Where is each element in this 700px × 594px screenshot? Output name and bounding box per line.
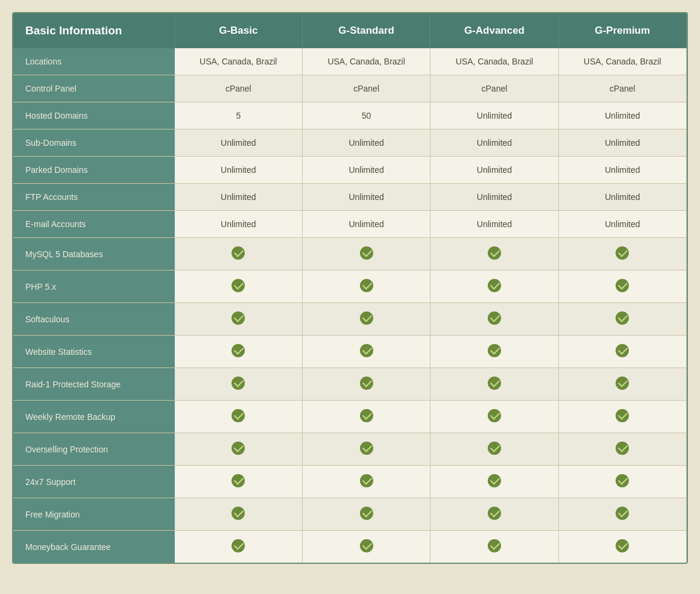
header-g-standard: G-Standard — [302, 13, 430, 48]
table-row: E-mail AccountsUnlimitedUnlimitedUnlimit… — [13, 211, 687, 238]
table-row: Control PanelcPanelcPanelcPanelcPanel — [13, 75, 687, 102]
feature-value — [174, 401, 302, 433]
check-icon — [616, 344, 629, 357]
feature-value: Unlimited — [302, 157, 430, 184]
check-icon — [616, 246, 629, 260]
check-icon — [616, 311, 629, 325]
check-icon — [488, 377, 501, 390]
check-icon — [360, 377, 373, 390]
feature-value — [302, 336, 430, 368]
feature-value: Unlimited — [430, 211, 558, 238]
check-icon — [488, 474, 501, 487]
check-icon — [360, 409, 373, 422]
check-icon — [232, 442, 245, 455]
feature-label: Raid-1 Protected Storage — [13, 368, 174, 401]
feature-value — [558, 303, 686, 336]
feature-value: Unlimited — [302, 130, 430, 157]
feature-value: USA, Canada, Brazil — [302, 48, 430, 75]
check-icon — [616, 474, 629, 487]
feature-value — [558, 498, 686, 531]
check-icon — [232, 474, 245, 487]
check-icon — [232, 279, 245, 292]
feature-value — [430, 531, 558, 563]
feature-label: Softaculous — [13, 303, 174, 336]
feature-value: Unlimited — [174, 184, 302, 211]
check-icon — [232, 377, 245, 390]
feature-label: Overselling Protection — [13, 433, 174, 466]
check-icon — [488, 279, 501, 292]
table-row: Softaculous — [13, 303, 687, 336]
header-g-basic: G-Basic — [174, 13, 302, 48]
feature-value — [430, 238, 558, 270]
check-icon — [488, 539, 501, 552]
check-icon — [616, 442, 629, 455]
comparison-table: Basic Information G-Basic G-Standard G-A… — [12, 12, 688, 564]
table-row: MySQL 5 Databases — [13, 238, 687, 270]
feature-value — [302, 466, 430, 498]
feature-value — [174, 466, 302, 498]
feature-value — [302, 270, 430, 303]
check-icon — [488, 409, 501, 422]
feature-value — [174, 238, 302, 270]
feature-label: Parked Domains — [13, 157, 174, 184]
feature-value — [558, 401, 686, 433]
feature-value: Unlimited — [174, 157, 302, 184]
table-row: 24x7 Support — [13, 466, 687, 498]
table-row: Overselling Protection — [13, 433, 687, 466]
check-icon — [360, 344, 373, 357]
feature-value — [302, 401, 430, 433]
check-icon — [488, 442, 501, 455]
check-icon — [232, 246, 245, 260]
feature-value: cPanel — [302, 75, 430, 102]
feature-value — [558, 466, 686, 498]
feature-value: Unlimited — [430, 157, 558, 184]
feature-value — [174, 368, 302, 401]
feature-label: Control Panel — [13, 75, 174, 102]
check-icon — [232, 311, 245, 325]
feature-value: Unlimited — [430, 102, 558, 130]
feature-value — [302, 238, 430, 270]
check-icon — [616, 279, 629, 292]
table-row: FTP AccountsUnlimitedUnlimitedUnlimitedU… — [13, 184, 687, 211]
feature-value: Unlimited — [302, 211, 430, 238]
header-basic-info: Basic Information — [13, 13, 174, 48]
feature-value — [430, 368, 558, 401]
table-row: Hosted Domains550UnlimitedUnlimited — [13, 102, 687, 130]
check-icon — [616, 409, 629, 422]
feature-value: 5 — [174, 102, 302, 130]
feature-value: cPanel — [174, 75, 302, 102]
feature-value — [174, 303, 302, 336]
feature-value — [302, 303, 430, 336]
table-row: Raid-1 Protected Storage — [13, 368, 687, 401]
check-icon — [616, 377, 629, 390]
feature-label: FTP Accounts — [13, 184, 174, 211]
header-row: Basic Information G-Basic G-Standard G-A… — [13, 13, 687, 48]
feature-value: cPanel — [430, 75, 558, 102]
feature-label: Website Statistics — [13, 336, 174, 368]
feature-value — [430, 433, 558, 466]
table-row: Sub-DomainsUnlimitedUnlimitedUnlimitedUn… — [13, 130, 687, 157]
check-icon — [360, 507, 373, 520]
feature-value — [302, 531, 430, 563]
feature-value: Unlimited — [174, 130, 302, 157]
feature-value — [430, 498, 558, 531]
feature-value — [174, 270, 302, 303]
feature-value — [430, 401, 558, 433]
feature-value — [430, 270, 558, 303]
feature-value: USA, Canada, Brazil — [430, 48, 558, 75]
feature-value: Unlimited — [558, 130, 686, 157]
check-icon — [232, 539, 245, 552]
check-icon — [360, 474, 373, 487]
check-icon — [232, 507, 245, 520]
feature-value — [302, 433, 430, 466]
feature-value — [430, 303, 558, 336]
feature-value — [430, 336, 558, 368]
feature-value — [558, 270, 686, 303]
table-row: LocationsUSA, Canada, BrazilUSA, Canada,… — [13, 48, 687, 75]
check-icon — [488, 507, 501, 520]
check-icon — [488, 246, 501, 260]
feature-label: Moneyback Guarantee — [13, 531, 174, 563]
table-row: PHP 5.x — [13, 270, 687, 303]
feature-label: Weekly Remote Backup — [13, 401, 174, 433]
table-row: Weekly Remote Backup — [13, 401, 687, 433]
